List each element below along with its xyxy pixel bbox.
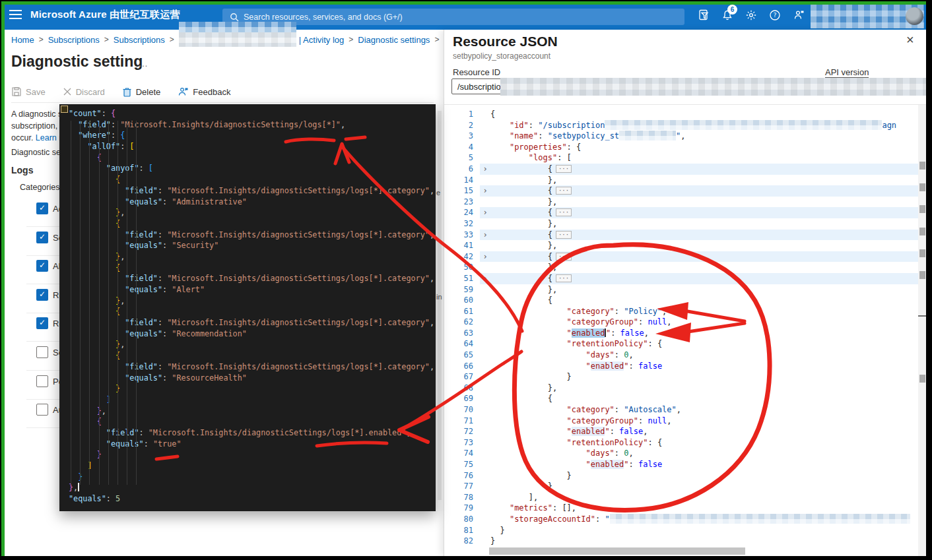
policy-code-line: } [69, 449, 436, 460]
policy-code-line: { [69, 350, 436, 361]
hamburger-menu-icon[interactable] [9, 10, 22, 20]
delete-trash-icon [122, 86, 132, 97]
line-number: 79 [444, 503, 480, 514]
notifications-bell-icon[interactable]: 6 [716, 4, 739, 26]
line-number: 42 [444, 251, 480, 263]
line-number: 50 [444, 262, 480, 273]
breadcrumb-link[interactable]: Diagnostic settings [358, 35, 430, 45]
line-number: 67 [444, 371, 480, 383]
category-checkbox[interactable]: ✓ [36, 232, 48, 243]
policy-code-line: "field": "Microsoft.Insights/diagnosticS… [69, 119, 436, 131]
json-code-line: 61 "category": "Policy", [444, 306, 927, 317]
json-code-line: 73 "retentionPolicy": { [444, 437, 927, 449]
json-code-line: 41 }, [444, 240, 927, 251]
category-checkbox[interactable]: ✓ [36, 317, 48, 329]
save-button[interactable]: Save [11, 86, 46, 97]
search-placeholder: Search resources, services, and docs (G+… [244, 13, 403, 22]
breadcrumb-link[interactable]: Subscriptions [114, 35, 165, 45]
json-code-line: 3 "name": "setbypolicy_st", [444, 131, 927, 142]
breadcrumb-link[interactable]: | Activity log [299, 35, 344, 45]
policy-code-line: }, [69, 406, 436, 417]
breadcrumb: Home>Subscriptions>Subscriptions>| Activ… [11, 34, 444, 46]
fold-chevron-icon[interactable]: › [480, 273, 490, 284]
line-number: 5 [444, 152, 480, 164]
policy-code-line: "equals": 5 [69, 493, 436, 505]
title-context-menu[interactable]: … [139, 58, 149, 69]
discard-icon [63, 87, 72, 96]
line-number: 75 [444, 459, 480, 470]
breadcrumb-redacted [179, 22, 296, 47]
intro-text-line2: subscription, a [11, 121, 59, 131]
policy-json-editor[interactable]: "count": { "field": "Microsoft.Insights/… [59, 104, 436, 511]
category-checkbox[interactable] [36, 375, 48, 387]
policy-code-line: ] [69, 394, 436, 406]
horizontal-scrollbar[interactable] [489, 547, 745, 555]
resource-json-editor[interactable]: 1{2 "id": "/subscriptionagn3 "name": "se… [444, 104, 927, 557]
line-number: 63 [444, 328, 480, 339]
line-number: 74 [444, 448, 480, 459]
avatar[interactable] [906, 7, 923, 25]
delete-button[interactable]: Delete [122, 86, 161, 97]
line-number: 71 [444, 416, 480, 427]
category-checkbox[interactable]: ✓ [36, 202, 48, 214]
directory-filter-icon[interactable] [692, 4, 716, 26]
setting-name-label: Diagnostic sett [11, 148, 59, 157]
line-number: 51 [444, 273, 480, 284]
fold-chevron-icon[interactable]: › [480, 251, 490, 263]
fold-chevron-icon[interactable]: › [480, 164, 490, 175]
category-checkbox[interactable]: ✓ [36, 289, 48, 301]
feedback-person-icon[interactable] [787, 4, 811, 26]
breadcrumb-link[interactable]: Home [11, 35, 34, 45]
diagnostic-setting-form: A diagnostic se subscription, a occur. L… [0, 106, 59, 560]
json-code-line: 62 "categoryGroup": null, [444, 317, 927, 328]
category-label: Aut [53, 405, 59, 415]
policy-code-line: ] [69, 460, 436, 472]
category-row: Ser [26, 342, 59, 371]
policy-code-line: "equals": "ResourceHealth" [69, 373, 436, 384]
line-number: 6 [444, 164, 480, 175]
line-number: 69 [444, 393, 480, 404]
fold-chevron-icon[interactable]: › [480, 230, 490, 241]
json-code-line: 66 "enabled": false [444, 361, 927, 372]
line-number: 14 [444, 175, 480, 186]
line-number: 1 [444, 109, 480, 120]
close-icon[interactable]: × [906, 32, 914, 47]
category-checkbox[interactable]: ✓ [36, 260, 48, 272]
learn-more-link[interactable]: Learn m [36, 133, 59, 142]
fold-chevron-icon[interactable]: › [480, 185, 490, 197]
line-number: 24 [444, 207, 480, 218]
line-number: 64 [444, 338, 480, 350]
discard-button[interactable]: Discard [63, 87, 105, 97]
line-number: 15 [444, 185, 480, 197]
policy-code-line: "equals": "true" [69, 439, 436, 450]
settings-gear-icon[interactable] [739, 4, 763, 26]
breadcrumb-link[interactable]: Subscriptions [48, 35, 100, 45]
policy-code-line: } [69, 383, 436, 394]
policy-code-line: "field": "Microsoft.Insights/diagnosticS… [69, 185, 436, 197]
policy-code-line: { [69, 152, 436, 164]
feedback-button[interactable]: Feedback [178, 86, 230, 97]
save-icon [11, 86, 22, 97]
json-code-line: 79 "metrics": [], [444, 503, 927, 514]
categories-label: Categories [20, 183, 59, 192]
json-code-line: 5 "logs": [ [444, 152, 927, 164]
api-version-label[interactable]: API version [825, 67, 869, 78]
page-scrollbar[interactable] [438, 111, 442, 500]
fold-chevron-icon[interactable]: › [480, 207, 490, 218]
intro-text-line3: occur. Learn m [11, 133, 59, 142]
line-number: 66 [444, 361, 480, 372]
category-checkbox[interactable] [36, 346, 48, 358]
category-checkbox[interactable] [36, 404, 48, 416]
help-icon[interactable]: ? [763, 4, 787, 26]
policy-code-line: { [69, 306, 436, 317]
policy-code-line: { [69, 174, 436, 185]
policy-code-line: "field": "Microsoft.Insights/diagnosticS… [69, 361, 436, 373]
line-number: 73 [444, 437, 480, 449]
json-code-line: 74 "days": 0, [444, 448, 927, 459]
json-code-line: 75 "enabled": false [444, 459, 927, 470]
line-number: 72 [444, 426, 480, 437]
json-code-line: 24› {··· [444, 207, 927, 218]
policy-code-line: "field": "Microsoft.Insights/diagnosticS… [69, 317, 436, 328]
policy-code-line: "count": { [69, 108, 436, 119]
policy-code-line: "where": { [69, 130, 436, 141]
